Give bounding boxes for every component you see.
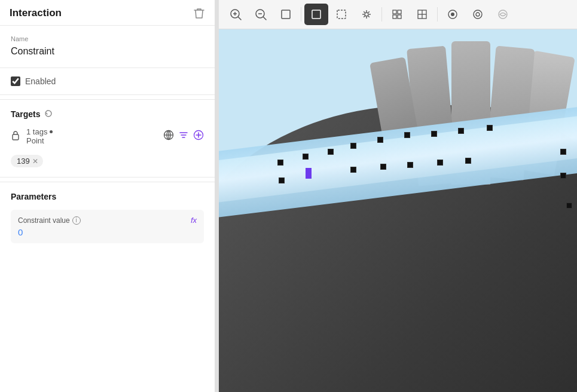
toolbar xyxy=(219,0,577,29)
targets-header: Targets xyxy=(11,109,204,119)
panel-title: Interaction xyxy=(10,7,62,19)
svg-line-25 xyxy=(368,11,370,13)
name-section: Name xyxy=(0,26,215,68)
svg-rect-15 xyxy=(282,10,290,19)
ctrl-pt-9 xyxy=(458,128,464,134)
viewport[interactable] xyxy=(219,29,577,392)
ctrl-pt-r1 xyxy=(560,149,566,155)
tag-remove-btn[interactable]: ✕ xyxy=(32,157,38,166)
targets-section: Targets 1 tags Point xyxy=(0,100,215,177)
svg-point-35 xyxy=(451,13,454,16)
toolbar-sep-3 xyxy=(437,7,438,22)
toolbar-btn-view1[interactable] xyxy=(441,4,465,25)
param-label: Constraint value i xyxy=(18,216,81,225)
enabled-checkbox[interactable] xyxy=(11,76,20,86)
svg-rect-30 xyxy=(398,15,401,19)
param-label-text: Constraint value xyxy=(18,216,70,225)
ctrl-pt-15 xyxy=(465,158,471,164)
ctrl-pt-8 xyxy=(431,131,437,137)
ctrl-pt-r2 xyxy=(560,173,566,179)
toolbar-btn-grid1[interactable] xyxy=(385,4,409,25)
globe-icon[interactable] xyxy=(163,130,174,143)
toolbar-btn-zoom-in[interactable] xyxy=(224,4,248,25)
target-type: Point xyxy=(26,136,157,145)
toolbar-btn-transform[interactable] xyxy=(355,4,378,25)
toolbar-btn-zoom-out[interactable] xyxy=(249,4,273,25)
ctrl-pt-5 xyxy=(350,143,356,149)
right-panel xyxy=(219,0,577,392)
toolbar-sep-2 xyxy=(381,7,382,22)
refresh-icon[interactable] xyxy=(44,109,54,119)
param-value: 0 xyxy=(18,227,197,237)
target-tags: 1 tags xyxy=(26,127,157,136)
toolbar-btn-select-dashed[interactable] xyxy=(329,4,353,25)
ctrl-pt-14 xyxy=(437,160,443,166)
svg-rect-29 xyxy=(393,15,396,19)
svg-line-13 xyxy=(264,17,267,20)
svg-point-37 xyxy=(476,13,480,16)
tag-badge-row: 139 ✕ xyxy=(11,151,204,167)
svg-line-23 xyxy=(364,11,365,13)
param-label-row: Constraint value i fx xyxy=(18,216,197,225)
target-actions xyxy=(163,130,204,143)
tags-text: 1 tags xyxy=(26,127,47,136)
param-box: Constraint value i fx 0 xyxy=(11,210,204,243)
ctrl-pt-r3 xyxy=(566,203,572,209)
toolbar-btn-frame[interactable] xyxy=(274,4,298,25)
delete-icon[interactable] xyxy=(193,7,205,19)
toolbar-btn-view3[interactable] xyxy=(491,4,515,25)
ctrl-pt-11 xyxy=(350,167,356,173)
name-label: Name xyxy=(11,35,204,42)
spacer2 xyxy=(0,177,215,182)
parameters-section: Parameters Constraint value i fx 0 xyxy=(0,182,215,253)
enabled-label: Enabled xyxy=(25,76,56,86)
lock-icon xyxy=(11,130,20,143)
spacer xyxy=(0,95,215,100)
parameters-title: Parameters xyxy=(11,192,204,201)
svg-rect-28 xyxy=(398,10,401,14)
ctrl-pt-7 xyxy=(404,132,410,138)
target-row: 1 tags Point xyxy=(11,127,204,145)
svg-rect-16 xyxy=(312,10,320,19)
tag-badge: 139 ✕ xyxy=(11,155,43,167)
svg-point-36 xyxy=(474,10,482,19)
svg-line-24 xyxy=(368,16,370,17)
ctrl-pt-12 xyxy=(380,164,386,170)
target-info: 1 tags Point xyxy=(26,127,157,145)
ctrl-pt-10 xyxy=(487,125,493,131)
toolbar-btn-grid2[interactable] xyxy=(410,4,434,25)
svg-rect-17 xyxy=(337,10,346,19)
left-panel: Interaction Name Enabled Targets xyxy=(0,0,215,392)
svg-rect-27 xyxy=(393,10,396,14)
ctrl-pt-selected xyxy=(306,168,312,179)
ctrl-pt-6 xyxy=(377,137,383,143)
tag-id: 139 xyxy=(17,157,30,166)
name-input[interactable] xyxy=(11,45,204,58)
ctrl-pt-1 xyxy=(277,160,283,166)
svg-rect-0 xyxy=(13,134,19,140)
ctrl-pt-2 xyxy=(303,154,309,160)
fx-button[interactable]: fx xyxy=(191,216,197,225)
toolbar-sep-1 xyxy=(301,7,301,22)
filter-icon[interactable] xyxy=(179,130,188,142)
enabled-section: Enabled xyxy=(0,68,215,95)
toolbar-btn-view2[interactable] xyxy=(466,4,490,25)
target-dot xyxy=(50,130,53,133)
svg-point-18 xyxy=(365,13,368,16)
ctrl-pt-3 xyxy=(328,149,334,155)
panel-header: Interaction xyxy=(0,0,215,26)
toolbar-btn-select-box[interactable] xyxy=(304,4,328,25)
svg-line-9 xyxy=(239,17,242,20)
svg-line-26 xyxy=(364,16,365,17)
ctrl-pt-4 xyxy=(279,177,285,183)
targets-title: Targets xyxy=(11,109,41,119)
info-icon[interactable]: i xyxy=(72,216,81,225)
add-icon[interactable] xyxy=(193,130,204,143)
ctrl-pt-13 xyxy=(407,162,413,168)
